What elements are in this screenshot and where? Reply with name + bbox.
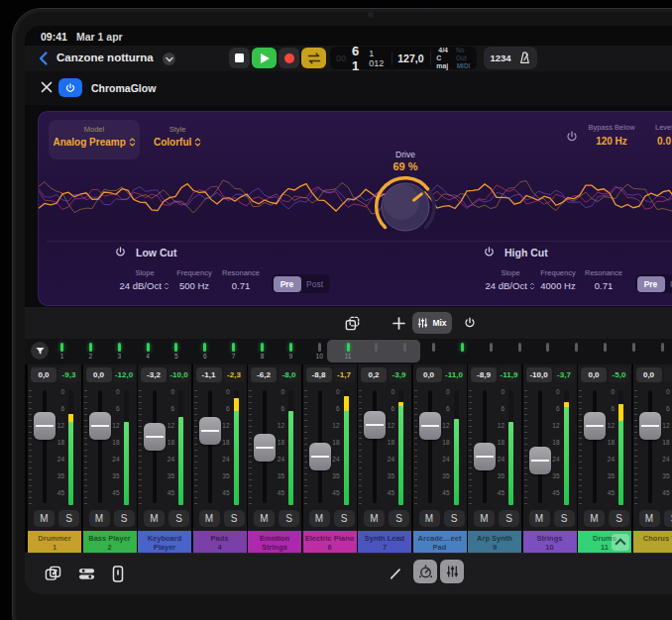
volume-readout[interactable]: 0,0 <box>31 367 56 382</box>
metronome-icon[interactable] <box>518 52 531 64</box>
controls-view-button[interactable] <box>413 560 437 583</box>
volume-readout[interactable]: 0,0 <box>86 367 112 382</box>
solo-button[interactable]: S <box>609 510 629 527</box>
high-cut-resonance[interactable]: Resonance 0.71 <box>579 268 628 291</box>
volume-readout[interactable]: -3,2 <box>141 367 167 382</box>
fader-scale-label: 0 <box>160 388 174 395</box>
solo-button[interactable]: S <box>554 510 575 527</box>
stop-button[interactable] <box>229 48 250 68</box>
track-label[interactable]: Keyboard Player3 <box>138 531 191 553</box>
solo-button[interactable]: S <box>279 510 299 527</box>
loop-browser-button[interactable] <box>41 563 64 584</box>
solo-button[interactable]: S <box>444 510 465 527</box>
style-value: Colorful <box>150 137 205 148</box>
plugin-power-button[interactable] <box>58 78 82 97</box>
duplicate-settings-button[interactable] <box>340 312 364 334</box>
panel-divider <box>47 241 672 242</box>
bar-tick <box>174 343 177 352</box>
solo-button[interactable]: S <box>168 510 189 527</box>
mute-button[interactable]: M <box>254 510 275 527</box>
fader-track[interactable] <box>43 390 47 503</box>
fader-track[interactable] <box>593 390 597 503</box>
mute-button[interactable]: M <box>199 510 220 527</box>
volume-readout[interactable]: 0,0 <box>636 367 662 382</box>
mixer-view-button[interactable] <box>440 560 464 583</box>
mute-button[interactable]: M <box>419 510 440 527</box>
fader-track[interactable] <box>373 390 377 503</box>
bypass-control[interactable]: Bypass Below 120 Hz <box>581 123 642 147</box>
mute-button[interactable]: M <box>474 510 495 527</box>
track-label[interactable]: Bass Player2 <box>83 531 137 553</box>
solo-button[interactable]: S <box>389 510 409 527</box>
track-label[interactable]: Electric Piano6 <box>303 531 357 553</box>
solo-button[interactable]: S <box>114 510 135 527</box>
keyboard-button[interactable] <box>106 563 130 584</box>
solo-button[interactable]: S <box>334 510 355 527</box>
edit-pencil-button[interactable] <box>386 563 405 584</box>
pre-button[interactable]: Pre <box>637 276 665 292</box>
volume-readout[interactable]: -1,1 <box>196 367 222 382</box>
tracks-view-button[interactable] <box>74 563 98 584</box>
volume-readout[interactable]: -8,8 <box>306 367 332 382</box>
volume-readout[interactable]: 0,0 <box>581 367 607 382</box>
lcd-display[interactable]: 00 6 1 1 012 127,0 4/4 C maj No Out MIDI <box>330 47 477 69</box>
track-label[interactable]: Strings10 <box>523 531 577 553</box>
solo-button[interactable]: S <box>58 510 79 527</box>
high-cut-power-icon[interactable] <box>483 246 496 258</box>
track-label[interactable]: Chorus V <box>633 531 672 553</box>
cycle-button[interactable] <box>301 48 326 68</box>
count-in-label[interactable]: 1234 <box>490 52 510 63</box>
model-select[interactable]: Model Analog Preamp <box>49 120 140 159</box>
track-label[interactable]: Drums11 <box>578 531 631 553</box>
solo-button[interactable]: S <box>224 510 245 527</box>
fader-track[interactable] <box>428 390 432 503</box>
volume-readout[interactable]: 0,2 <box>361 367 387 382</box>
track-label[interactable]: Arp Synth9 <box>468 531 521 553</box>
mute-button[interactable]: M <box>144 510 165 527</box>
bypass-power-icon[interactable] <box>565 130 579 144</box>
drive-value[interactable]: 69 % <box>366 160 445 172</box>
back-chevron-icon[interactable] <box>37 51 51 66</box>
record-button[interactable] <box>279 48 299 68</box>
mute-button[interactable]: M <box>639 510 660 527</box>
volume-readout[interactable]: -10,0 <box>526 367 552 382</box>
post-button[interactable]: Post <box>301 276 329 292</box>
track-label[interactable]: Pads4 <box>193 531 247 553</box>
close-icon[interactable] <box>41 81 53 93</box>
bars-ruler[interactable]: 1234567891011 <box>25 339 672 364</box>
volume-readout[interactable]: 0,0 <box>416 367 442 382</box>
drive-knob[interactable] <box>372 173 439 241</box>
level-control[interactable]: Level 0.0 <box>634 123 672 147</box>
mute-button[interactable]: M <box>364 510 385 527</box>
song-title[interactable]: Canzone notturna <box>56 52 154 63</box>
pre-button[interactable]: Pre <box>274 276 301 292</box>
mix-view-button[interactable]: Mix <box>412 312 452 334</box>
collapse-chevron-button[interactable] <box>612 534 629 551</box>
mute-button[interactable]: M <box>89 510 110 527</box>
track-label[interactable]: Synth Lead7 <box>358 531 411 553</box>
add-plugin-button[interactable] <box>388 312 409 334</box>
solo-button[interactable]: S <box>499 510 519 527</box>
mixer-power-button[interactable] <box>459 312 481 334</box>
volume-readout[interactable]: -8,9 <box>471 367 497 382</box>
mute-button[interactable]: M <box>309 510 330 527</box>
style-select[interactable]: Style Colorful <box>150 120 205 159</box>
play-button[interactable] <box>252 48 277 68</box>
fader-track[interactable] <box>648 390 652 503</box>
solo-button[interactable]: S <box>664 510 672 527</box>
low-cut-power-icon[interactable] <box>114 246 127 258</box>
mute-button[interactable]: M <box>34 510 55 527</box>
track-label[interactable]: Drummer1 <box>28 531 81 553</box>
song-title-chevron-icon[interactable] <box>163 52 175 65</box>
fader-track[interactable] <box>208 390 212 503</box>
track-label[interactable]: Arcade…eet Pad8 <box>413 531 467 553</box>
volume-readout[interactable]: -6,2 <box>251 367 277 382</box>
fader-track[interactable] <box>98 390 102 503</box>
count-in-pill[interactable]: 1234 <box>484 47 537 69</box>
mute-button[interactable]: M <box>584 510 605 527</box>
mute-button[interactable]: M <box>529 510 550 527</box>
low-cut-frequency[interactable]: Frequency 500 Hz <box>165 268 224 291</box>
post-button[interactable]: Post <box>665 276 672 292</box>
track-label[interactable]: Emotion Strings5 <box>248 531 301 553</box>
low-cut-resonance[interactable]: Resonance 0.71 <box>216 268 266 291</box>
